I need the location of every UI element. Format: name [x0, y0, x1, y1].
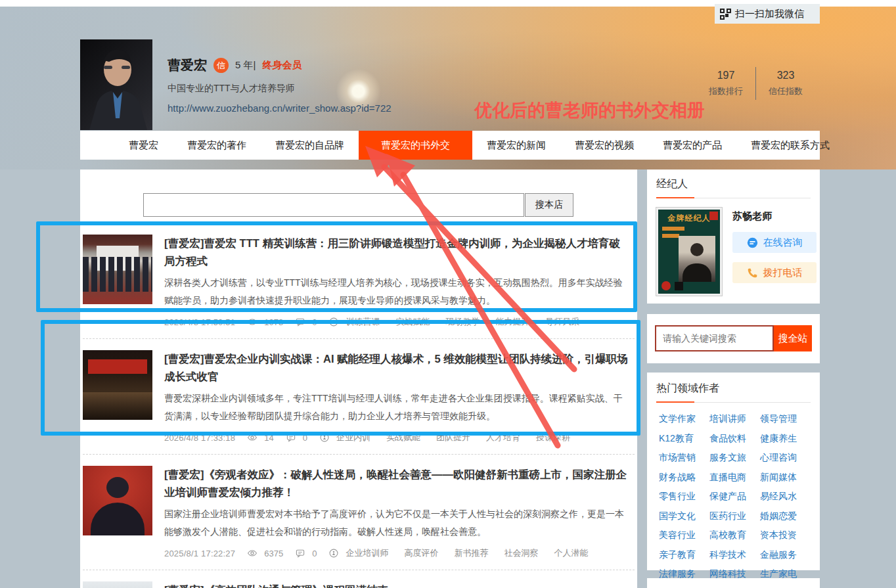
wechat-scan-button[interactable]: 扫一扫加我微信: [715, 4, 820, 24]
nav-tab[interactable]: 曹爱宏的自品牌: [261, 131, 359, 160]
agent-magazine-cover[interactable]: 金牌经纪人: [656, 208, 722, 296]
article-body: [曹爱宏]曹爱宏企业内训实战课：AI 赋能经理人核爆术，5 维效能模型让团队持续…: [164, 350, 631, 443]
hot-author-tag-link[interactable]: 保健产品: [709, 491, 760, 503]
stat-label: 信任指数: [756, 85, 815, 97]
hot-author-tag-link[interactable]: 科学技术: [709, 549, 760, 561]
article-thumbnail[interactable]: [83, 235, 152, 304]
profile-name: 曹爱宏: [168, 57, 207, 74]
comments-icon: [286, 432, 296, 443]
article-tag[interactable]: 实战赋能: [386, 432, 420, 443]
article-tag[interactable]: 授课深耕: [536, 432, 570, 443]
nav-tab[interactable]: 曹爱宏的著作: [173, 131, 261, 160]
hot-author-tag-link[interactable]: 美容行业: [659, 530, 709, 541]
agent-section-title: 经纪人: [656, 177, 811, 198]
article-date: 2026/4/8 17:50:51: [164, 317, 235, 327]
person-silhouette-icon: [80, 39, 152, 130]
call-label: 拨打电话: [763, 267, 803, 279]
hot-author-tag-link[interactable]: 国学文化: [659, 510, 709, 522]
site-search-input[interactable]: [655, 325, 774, 351]
article-title-link[interactable]: [曹爱宏]《旁观者效应》：破解人性迷局，唤醒社会善意——欧阳健舒新书重磅上市，国…: [164, 466, 631, 501]
hot-author-tag-link[interactable]: 婚姻恋爱: [760, 510, 811, 522]
agent-body: 金牌经纪人 苏畅老师 在线咨询: [656, 208, 811, 296]
hot-author-tag-link[interactable]: 领导管理: [760, 413, 811, 425]
article-title-link[interactable]: [曹爱宏]曹爱宏 TTT 精英训练营：用三阶讲师锻造模型打造金牌内训师，为企业揭…: [164, 235, 631, 270]
hot-author-tag-link[interactable]: 食品饮料: [709, 433, 760, 445]
article-thumbnail[interactable]: [83, 466, 152, 535]
store-search-input[interactable]: [143, 193, 524, 217]
hot-author-tag-link[interactable]: 高校教育: [709, 530, 760, 541]
article-row: [曹爱宏]曹爱宏企业内训实战课：AI 赋能经理人核爆术，5 维效能模型让团队持续…: [83, 339, 635, 455]
article-tag[interactable]: 企业内训: [336, 432, 370, 443]
nav-tab[interactable]: 曹爱宏的联系方式: [736, 131, 844, 160]
call-phone-button[interactable]: 拨打电话: [732, 262, 817, 283]
hot-author-tag-link[interactable]: 直播电商: [709, 472, 760, 484]
site-search-button[interactable]: 搜全站: [774, 325, 812, 351]
article-tag[interactable]: 训练营课: [346, 316, 380, 328]
stat-value: 197: [696, 70, 755, 81]
nav-tab[interactable]: 曹爱宏: [114, 131, 173, 160]
article-views: 1078: [264, 317, 283, 327]
article-tag[interactable]: 社会洞察: [504, 547, 538, 559]
hot-author-tag-link[interactable]: 资本投资: [760, 530, 811, 541]
article-title-link[interactable]: [曹爱宏]《高效团队沟通与管理》课程圆满结束: [164, 581, 631, 588]
hot-author-tags: 文学作家培训讲师领导管理K12教育食品饮料健康养生市场营销服务文旅心理咨询财务战…: [656, 413, 811, 580]
article-tag[interactable]: 人才培育: [486, 432, 520, 443]
tags-icon: [319, 432, 330, 443]
online-consult-button[interactable]: 在线咨询: [732, 232, 817, 253]
article-row: [曹爱宏]曹爱宏 TTT 精英训练营：用三阶讲师锻造模型打造金牌内训师，为企业揭…: [83, 223, 635, 339]
stat-value: 323: [756, 70, 815, 81]
article-tag[interactable]: 能力提升: [495, 316, 529, 328]
hot-author-tag-link[interactable]: 亲子教育: [659, 549, 709, 561]
views-eye-icon: [247, 432, 258, 443]
article-views: 14: [264, 433, 273, 443]
hot-author-tag-link[interactable]: 金融服务: [760, 549, 811, 561]
agent-name: 苏畅老师: [732, 210, 817, 223]
nav-tab[interactable]: 曹爱宏的产品: [648, 131, 736, 160]
magazine-qr-icon: [675, 282, 683, 290]
qr-code-icon: [720, 9, 731, 20]
article-row: [曹爱宏]《旁观者效应》：破解人性迷局，唤醒社会善意——欧阳健舒新书重磅上市，国…: [83, 455, 635, 570]
article-body: [曹爱宏]曹爱宏 TTT 精英训练营：用三阶讲师锻造模型打造金牌内训师，为企业揭…: [164, 235, 631, 328]
article-meta: 2026/4/8 17:50:5110780训练营课实战赋能现场教学能力提升导师…: [164, 316, 631, 328]
article-tag[interactable]: 新书推荐: [454, 547, 488, 559]
article-tag[interactable]: 个人潜能: [554, 547, 588, 559]
article-thumbnail[interactable]: [83, 350, 152, 420]
hot-author-tag-link[interactable]: 文学作家: [659, 413, 709, 425]
hot-author-tag-link[interactable]: 服务文旅: [709, 452, 760, 464]
article-meta: 2026/4/8 17:33:18140企业内训实战赋能团队提升人才培育授课深耕: [164, 432, 631, 443]
article-meta: 2025/8/1 17:22:2763750企业培训师高度评价新书推荐社会洞察个…: [164, 547, 631, 559]
article-tag[interactable]: 团队提升: [436, 432, 470, 443]
credit-badge: 信: [213, 58, 229, 73]
hot-author-tag-link[interactable]: 易经风水: [760, 491, 811, 503]
article-comments: 0: [303, 433, 307, 443]
agent-photo: [679, 236, 715, 282]
article-tag[interactable]: 导师风采: [545, 316, 579, 328]
article-comments: 0: [312, 317, 317, 327]
article-tag[interactable]: 现场教学: [445, 316, 480, 328]
nav-tab[interactable]: 曹爱宏的视频: [560, 131, 648, 160]
profile-url-link[interactable]: http://www.zuozhebang.cn/writer_show.asp…: [168, 102, 392, 114]
article-thumbnail[interactable]: [83, 581, 152, 588]
hot-author-tag-link[interactable]: K12教育: [659, 433, 709, 445]
magazine-badge: [709, 212, 718, 220]
store-search: 搜本店: [143, 193, 637, 217]
hot-author-tag-link[interactable]: 市场营销: [659, 452, 709, 464]
hot-author-tag-link[interactable]: 心理咨询: [760, 452, 811, 464]
article-tag[interactable]: 企业培训师: [346, 547, 388, 559]
nav-tab[interactable]: 曹爱宏的新闻: [472, 131, 560, 160]
hot-author-tag-link[interactable]: 健康养生: [760, 433, 811, 445]
article-tag[interactable]: 高度评价: [404, 547, 438, 559]
hot-author-tag-link[interactable]: 零售行业: [659, 491, 709, 503]
store-search-button[interactable]: 搜本店: [525, 193, 573, 217]
article-tag[interactable]: 实战赋能: [395, 316, 430, 328]
hot-author-tag-link[interactable]: 培训讲师: [709, 413, 760, 425]
wechat-scan-label: 扫一扫加我微信: [735, 8, 804, 20]
hot-author-tag-link[interactable]: 医药行业: [709, 510, 760, 522]
hot-author-tag-link[interactable]: 财务战略: [659, 472, 709, 484]
article-title-link[interactable]: [曹爱宏]曹爱宏企业内训实战课：AI 赋能经理人核爆术，5 维效能模型让团队持续…: [164, 350, 631, 386]
chat-icon: [747, 237, 758, 248]
article-excerpt: 国家注册企业培训师曹爱宏对本书给予了高度评价，认为它不仅是一本关于人性与社会的深…: [164, 505, 631, 541]
hot-author-tag-link[interactable]: 新闻媒体: [760, 472, 811, 484]
article-row: [曹爱宏]《高效团队沟通与管理》课程圆满结束国企管理者综合提升系列课程《高效团队…: [83, 570, 635, 588]
nav-tab[interactable]: 曹爱宏的书外交: [359, 131, 472, 160]
